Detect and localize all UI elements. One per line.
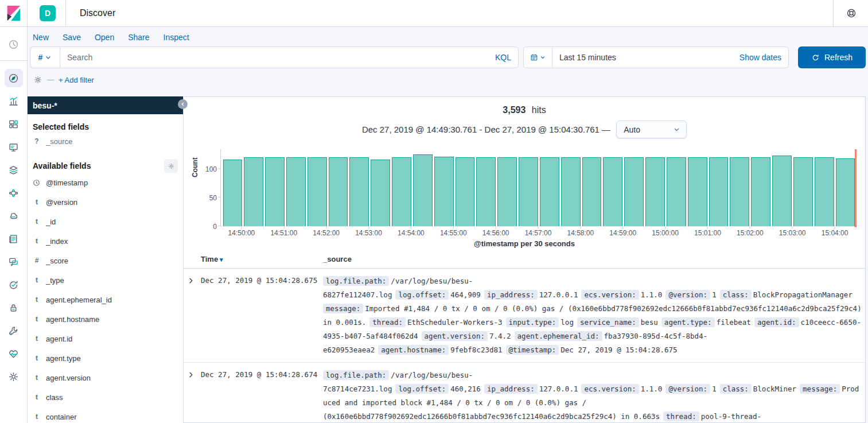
- nav-item-apm[interactable]: [5, 253, 23, 271]
- field-name: _id: [46, 218, 56, 226]
- index-pattern-selector[interactable]: besu-*: [28, 96, 183, 114]
- calendar-button[interactable]: [524, 47, 552, 68]
- field-@version[interactable]: t@version: [28, 192, 183, 212]
- refresh-button[interactable]: Refresh: [798, 46, 866, 68]
- expand-row-button[interactable]: [184, 274, 201, 357]
- histogram-bar[interactable]: [371, 160, 390, 226]
- search-box: KQL: [60, 46, 519, 68]
- histogram-bar[interactable]: [476, 157, 496, 226]
- histogram-bar[interactable]: [645, 157, 665, 226]
- histogram-bar[interactable]: [329, 157, 348, 226]
- interval-value: Auto: [624, 125, 640, 134]
- menu-new[interactable]: New: [33, 33, 49, 42]
- search-input[interactable]: [67, 53, 495, 62]
- show-dates-link[interactable]: Show dates: [739, 53, 788, 62]
- nav-item-dev-tools[interactable]: [5, 321, 23, 340]
- y-tick-label: 50: [209, 194, 217, 202]
- histogram-bar[interactable]: [793, 157, 813, 226]
- histogram-bar[interactable]: [519, 157, 538, 226]
- field-type-icon: #: [33, 257, 41, 265]
- field-name: agent.ephemeral_id: [46, 296, 112, 304]
- nav-item-infrastructure[interactable]: [5, 207, 23, 225]
- available-fields-list: @timestampt@versiont_idt_index#_scoret_t…: [28, 173, 183, 423]
- nav-item-management[interactable]: [5, 367, 23, 386]
- nav-item-dashboard[interactable]: [5, 115, 23, 133]
- histogram-bar[interactable]: [730, 157, 749, 226]
- histogram-bar[interactable]: [540, 157, 559, 226]
- histogram-bar[interactable]: [709, 157, 729, 226]
- field-class[interactable]: tclass: [28, 387, 183, 407]
- kibana-logo-icon: [5, 5, 22, 22]
- histogram-bar[interactable]: [836, 158, 855, 226]
- field-_score[interactable]: #_score: [28, 251, 183, 270]
- histogram-bar[interactable]: [349, 157, 369, 226]
- kibana-logo[interactable]: [0, 0, 28, 26]
- menu-save[interactable]: Save: [63, 33, 81, 42]
- histogram-bar[interactable]: [815, 157, 834, 226]
- nav-item-discover[interactable]: [5, 69, 23, 87]
- field-@timestamp[interactable]: @timestamp: [28, 173, 183, 192]
- expand-row-button[interactable]: [184, 368, 201, 423]
- add-filter-button[interactable]: + Add filter: [59, 76, 94, 84]
- field-_source[interactable]: ?_source: [28, 131, 183, 151]
- histogram-bar[interactable]: [413, 154, 433, 226]
- nav-item-canvas[interactable]: [5, 138, 23, 156]
- field-agent.hostname[interactable]: tagent.hostname: [28, 309, 183, 329]
- field-key-pill: agent.type:: [661, 317, 715, 327]
- saved-query-button[interactable]: #: [30, 46, 60, 68]
- histogram-bar[interactable]: [308, 157, 327, 226]
- interval-select[interactable]: Auto: [616, 121, 687, 138]
- histogram-bar[interactable]: [667, 157, 686, 226]
- histogram-bar[interactable]: [456, 157, 475, 226]
- x-tick-mark: [368, 227, 369, 229]
- field-_id[interactable]: t_id: [28, 212, 183, 231]
- nav-item-visualize[interactable]: [5, 92, 23, 110]
- nav-item-machine-learning[interactable]: [5, 184, 23, 202]
- collapse-sidebar-button[interactable]: [178, 99, 188, 109]
- histogram-bar[interactable]: [688, 157, 707, 226]
- menu-open[interactable]: Open: [95, 33, 114, 42]
- filter-options-gear-icon[interactable]: [33, 75, 42, 84]
- histogram-bar[interactable]: [772, 156, 792, 226]
- field-agent.ephemeral_id[interactable]: tagent.ephemeral_id: [28, 290, 183, 309]
- histogram-bar[interactable]: [624, 157, 644, 226]
- field-key-pill: agent.id:: [754, 317, 799, 327]
- field-_type[interactable]: t_type: [28, 270, 183, 290]
- nav-item-maps[interactable]: [5, 161, 23, 179]
- y-tick-label: 100: [205, 165, 217, 173]
- histogram-bar[interactable]: [434, 157, 454, 226]
- nav-item-uptime[interactable]: [5, 275, 23, 294]
- field-container[interactable]: tcontainer: [28, 407, 183, 423]
- histogram-bar[interactable]: [497, 157, 517, 226]
- histogram-bar[interactable]: [265, 157, 285, 226]
- x-tick-label: 14:52:00: [313, 229, 340, 237]
- field-agent.type[interactable]: tagent.type: [28, 348, 183, 368]
- kql-button[interactable]: KQL: [495, 53, 511, 62]
- histogram-bar[interactable]: [582, 157, 602, 226]
- histogram-bar[interactable]: [603, 157, 622, 226]
- x-tick-label: 14:59:00: [609, 229, 636, 237]
- x-tick-mark: [283, 227, 284, 229]
- nav-item-recently-viewed[interactable]: [5, 35, 23, 53]
- field-settings-gear-icon[interactable]: [164, 159, 178, 173]
- help-icon[interactable]: [846, 8, 857, 18]
- histogram-bar[interactable]: [223, 160, 243, 226]
- nav-item-logs[interactable]: [5, 230, 23, 248]
- histogram-bar[interactable]: [244, 157, 263, 226]
- histogram-bar[interactable]: [392, 157, 411, 226]
- field-agent.version[interactable]: tagent.version: [28, 368, 183, 387]
- field-value: filebeat: [717, 318, 751, 327]
- histogram-bar[interactable]: [561, 157, 581, 226]
- nav-item-stack-monitoring[interactable]: [5, 344, 23, 363]
- menu-inspect[interactable]: Inspect: [164, 33, 189, 42]
- field-agent.id[interactable]: tagent.id: [28, 329, 183, 348]
- histogram-bar[interactable]: [751, 157, 770, 226]
- x-tick-label: 14:57:00: [525, 229, 552, 237]
- histogram-bars[interactable]: [220, 149, 856, 227]
- nav-item-siem[interactable]: [5, 298, 23, 317]
- time-column-header[interactable]: Time▾: [201, 255, 323, 263]
- menu-share[interactable]: Share: [128, 33, 149, 42]
- time-range-value[interactable]: Last 15 minutes: [552, 53, 739, 62]
- histogram-bar[interactable]: [286, 157, 306, 226]
- field-_index[interactable]: t_index: [28, 231, 183, 251]
